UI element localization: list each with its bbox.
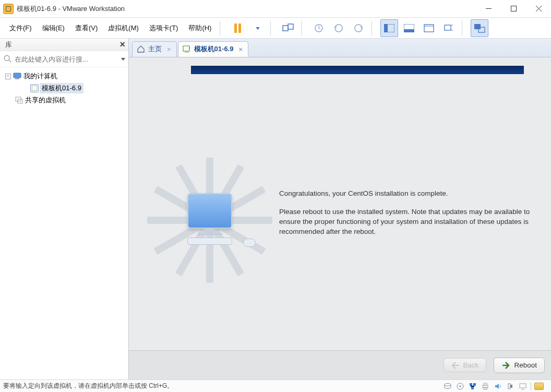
tree-node-vm[interactable]: 模板机01-6.9 xyxy=(4,82,124,94)
sound-icon[interactable] xyxy=(493,382,502,390)
tree-node-my-computer[interactable]: − 我的计算机 xyxy=(4,70,124,82)
reboot-button[interactable]: Reboot xyxy=(494,358,545,373)
svg-rect-15 xyxy=(14,73,21,78)
send-ctrl-alt-del-button[interactable] xyxy=(279,19,297,37)
display-icon[interactable] xyxy=(518,382,528,390)
separator xyxy=(270,21,271,35)
library-search-input[interactable] xyxy=(15,55,119,63)
svg-rect-17 xyxy=(32,86,37,91)
library-sidebar: 库 × − 我的计算机 模板机01-6.9 共享的虚拟机 xyxy=(0,39,129,379)
collapse-icon[interactable]: − xyxy=(5,74,11,79)
close-sidebar-button[interactable]: × xyxy=(119,39,125,50)
congrats-text: Congratulations, your CentOS installatio… xyxy=(279,189,550,199)
svg-rect-30 xyxy=(508,384,510,389)
message-log-icon[interactable] xyxy=(534,383,544,390)
tray-separator xyxy=(531,382,531,390)
svg-point-14 xyxy=(4,55,9,61)
snapshot-take-button[interactable] xyxy=(310,19,328,37)
svg-rect-32 xyxy=(520,384,526,388)
menu-vm[interactable]: 虚拟机(M) xyxy=(103,20,144,36)
menu-edit[interactable]: 编辑(E) xyxy=(37,20,70,36)
tab-bar: 主页 × 模板机01-6.9 × xyxy=(129,39,551,57)
svg-rect-20 xyxy=(183,46,189,51)
svg-rect-25 xyxy=(473,383,476,386)
snapshot-manager-button[interactable] xyxy=(350,19,367,37)
window-titlebar: 模板机01-6.9 - VMware Workstation xyxy=(0,0,551,18)
tree-label: 我的计算机 xyxy=(23,72,57,81)
cd-dvd-icon[interactable] xyxy=(456,382,465,390)
tab-label: 模板机01-6.9 xyxy=(194,44,234,54)
separator xyxy=(301,21,302,35)
status-text: 要将输入定向到该虚拟机，请在虚拟机内部单击或按 Ctrl+G。 xyxy=(3,382,443,390)
svg-rect-10 xyxy=(424,25,434,32)
library-tree: − 我的计算机 模板机01-6.9 共享的虚拟机 xyxy=(0,67,128,379)
library-title: 库 xyxy=(5,40,12,50)
vm-icon xyxy=(30,84,39,92)
vm-display[interactable]: Congratulations, your CentOS installatio… xyxy=(129,57,551,379)
menubar: 文件(F) 编辑(E) 查看(V) 虚拟机(M) 选项卡(T) 帮助(H) xyxy=(0,18,551,39)
fullscreen-button[interactable] xyxy=(420,19,438,37)
maximize-button[interactable] xyxy=(501,1,526,17)
tree-label: 共享的虚拟机 xyxy=(25,96,66,105)
tab-label: 主页 xyxy=(148,44,162,54)
search-dropdown[interactable] xyxy=(121,58,125,61)
quick-switch-button[interactable] xyxy=(471,19,488,37)
installer-message: Congratulations, your CentOS installatio… xyxy=(279,189,550,245)
network-adapter-icon[interactable] xyxy=(468,382,477,390)
tab-close-button[interactable]: × xyxy=(167,45,171,53)
svg-point-23 xyxy=(460,385,461,387)
svg-rect-31 xyxy=(510,385,512,388)
reboot-label: Reboot xyxy=(514,361,537,369)
app-icon xyxy=(3,4,14,14)
tab-close-button[interactable]: × xyxy=(238,45,243,53)
vm-icon xyxy=(183,45,191,53)
svg-rect-1 xyxy=(283,26,288,31)
device-tray xyxy=(443,382,548,390)
hard-disk-icon[interactable] xyxy=(443,382,452,390)
separator xyxy=(220,21,220,35)
arrow-left-icon xyxy=(451,362,460,369)
separator xyxy=(462,21,462,35)
computer-icon xyxy=(13,73,21,80)
minimize-button[interactable] xyxy=(476,1,501,17)
close-button[interactable] xyxy=(526,1,551,17)
tree-label: 模板机01-6.9 xyxy=(40,83,83,93)
show-hide-thumbnail-button[interactable] xyxy=(400,19,418,37)
arrow-right-icon xyxy=(501,361,511,370)
tree-node-shared[interactable]: 共享的虚拟机 xyxy=(4,94,124,106)
shared-vm-icon xyxy=(15,96,23,104)
window-title: 模板机01-6.9 - VMware Workstation xyxy=(17,4,476,14)
printer-icon[interactable] xyxy=(481,382,490,390)
svg-rect-2 xyxy=(288,24,293,29)
installer-nav-bar: Back Reboot xyxy=(129,350,551,379)
menu-file[interactable]: 文件(F) xyxy=(4,20,37,36)
separator xyxy=(372,21,372,35)
usb-icon[interactable] xyxy=(506,382,515,390)
svg-rect-24 xyxy=(470,383,472,386)
menu-tabs[interactable]: 选项卡(T) xyxy=(144,20,184,36)
svg-rect-0 xyxy=(511,6,516,11)
svg-rect-12 xyxy=(474,24,481,29)
svg-point-21 xyxy=(445,383,451,386)
tab-vm[interactable]: 模板机01-6.9 × xyxy=(178,41,248,57)
computer-graphic xyxy=(178,193,241,245)
menu-view[interactable]: 查看(V) xyxy=(70,20,103,36)
svg-rect-16 xyxy=(15,78,19,79)
svg-rect-11 xyxy=(445,25,451,30)
show-hide-library-button[interactable] xyxy=(380,19,398,37)
svg-rect-7 xyxy=(384,24,388,32)
unity-button[interactable] xyxy=(440,19,458,37)
snapshot-revert-button[interactable] xyxy=(330,19,348,37)
svg-rect-9 xyxy=(404,29,414,32)
back-label: Back xyxy=(463,361,478,369)
menu-help[interactable]: 帮助(H) xyxy=(183,20,217,36)
reboot-text: Please reboot to use the installed syste… xyxy=(279,207,550,237)
svg-rect-28 xyxy=(484,383,487,385)
power-dropdown[interactable] xyxy=(248,19,266,37)
status-bar: 要将输入定向到该虚拟机，请在虚拟机内部单击或按 Ctrl+G。 xyxy=(0,379,551,392)
search-icon xyxy=(3,54,13,64)
back-button[interactable]: Back xyxy=(444,358,486,372)
pause-button[interactable] xyxy=(229,19,246,37)
home-icon xyxy=(137,45,145,53)
tab-home[interactable]: 主页 × xyxy=(132,41,177,57)
